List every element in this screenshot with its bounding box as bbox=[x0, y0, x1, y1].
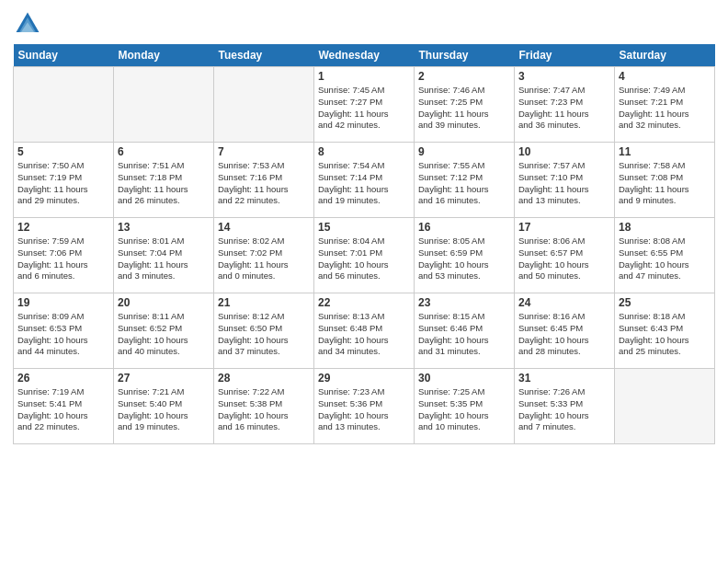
calendar-cell: 18Sunrise: 8:08 AM Sunset: 6:55 PM Dayli… bbox=[615, 218, 715, 293]
day-number: 6 bbox=[118, 145, 210, 158]
day-number: 21 bbox=[218, 296, 310, 309]
day-info: Sunrise: 7:58 AM Sunset: 7:08 PM Dayligh… bbox=[619, 160, 711, 207]
calendar-cell: 28Sunrise: 7:22 AM Sunset: 5:38 PM Dayli… bbox=[214, 369, 314, 444]
calendar-cell: 1Sunrise: 7:45 AM Sunset: 7:27 PM Daylig… bbox=[314, 67, 415, 143]
day-number: 1 bbox=[318, 70, 410, 83]
day-info: Sunrise: 7:51 AM Sunset: 7:18 PM Dayligh… bbox=[118, 160, 210, 207]
day-info: Sunrise: 8:12 AM Sunset: 6:50 PM Dayligh… bbox=[218, 311, 310, 358]
day-number: 20 bbox=[118, 296, 210, 309]
day-number: 3 bbox=[518, 70, 610, 83]
calendar-cell bbox=[114, 67, 214, 143]
day-number: 26 bbox=[17, 372, 109, 385]
day-number: 4 bbox=[619, 70, 711, 83]
day-info: Sunrise: 8:01 AM Sunset: 7:04 PM Dayligh… bbox=[118, 236, 210, 282]
calendar-cell: 30Sunrise: 7:25 AM Sunset: 5:35 PM Dayli… bbox=[415, 369, 515, 444]
day-info: Sunrise: 7:57 AM Sunset: 7:10 PM Dayligh… bbox=[518, 160, 610, 207]
day-number: 25 bbox=[619, 296, 711, 309]
day-info: Sunrise: 7:45 AM Sunset: 7:27 PM Dayligh… bbox=[318, 85, 410, 132]
calendar-day-header: Monday bbox=[114, 44, 214, 67]
day-info: Sunrise: 8:18 AM Sunset: 6:43 PM Dayligh… bbox=[619, 311, 711, 358]
calendar-cell: 26Sunrise: 7:19 AM Sunset: 5:41 PM Dayli… bbox=[14, 369, 114, 444]
logo-icon bbox=[13, 9, 42, 39]
day-number: 16 bbox=[418, 221, 510, 234]
day-info: Sunrise: 7:54 AM Sunset: 7:14 PM Dayligh… bbox=[318, 160, 410, 207]
day-info: Sunrise: 8:09 AM Sunset: 6:53 PM Dayligh… bbox=[17, 311, 109, 358]
day-number: 17 bbox=[518, 221, 610, 234]
calendar-table: SundayMondayTuesdayWednesdayThursdayFrid… bbox=[13, 44, 715, 444]
calendar-cell: 27Sunrise: 7:21 AM Sunset: 5:40 PM Dayli… bbox=[114, 369, 214, 444]
day-info: Sunrise: 8:05 AM Sunset: 6:59 PM Dayligh… bbox=[418, 236, 510, 282]
calendar-cell: 20Sunrise: 8:11 AM Sunset: 6:52 PM Dayli… bbox=[114, 293, 214, 369]
calendar-cell: 6Sunrise: 7:51 AM Sunset: 7:18 PM Daylig… bbox=[114, 143, 214, 218]
calendar-week-row: 1Sunrise: 7:45 AM Sunset: 7:27 PM Daylig… bbox=[14, 67, 715, 143]
day-info: Sunrise: 7:47 AM Sunset: 7:23 PM Dayligh… bbox=[518, 85, 610, 132]
calendar-cell: 13Sunrise: 8:01 AM Sunset: 7:04 PM Dayli… bbox=[114, 218, 214, 293]
calendar-week-row: 12Sunrise: 7:59 AM Sunset: 7:06 PM Dayli… bbox=[14, 218, 715, 293]
calendar-cell: 19Sunrise: 8:09 AM Sunset: 6:53 PM Dayli… bbox=[14, 293, 114, 369]
day-number: 7 bbox=[218, 145, 310, 158]
day-number: 27 bbox=[118, 372, 210, 385]
calendar-cell: 17Sunrise: 8:06 AM Sunset: 6:57 PM Dayli… bbox=[515, 218, 615, 293]
day-number: 5 bbox=[17, 145, 109, 158]
day-number: 9 bbox=[418, 145, 510, 158]
calendar-day-header: Sunday bbox=[14, 44, 114, 67]
calendar-cell: 14Sunrise: 8:02 AM Sunset: 7:02 PM Dayli… bbox=[214, 218, 314, 293]
calendar-cell: 31Sunrise: 7:26 AM Sunset: 5:33 PM Dayli… bbox=[515, 369, 615, 444]
day-info: Sunrise: 8:06 AM Sunset: 6:57 PM Dayligh… bbox=[518, 236, 610, 282]
day-info: Sunrise: 7:55 AM Sunset: 7:12 PM Dayligh… bbox=[418, 160, 510, 207]
calendar-cell: 29Sunrise: 7:23 AM Sunset: 5:36 PM Dayli… bbox=[314, 369, 415, 444]
calendar-cell: 10Sunrise: 7:57 AM Sunset: 7:10 PM Dayli… bbox=[515, 143, 615, 218]
day-number: 2 bbox=[418, 70, 510, 83]
calendar-cell bbox=[214, 67, 314, 143]
day-number: 11 bbox=[619, 145, 711, 158]
day-number: 19 bbox=[17, 296, 109, 309]
calendar-cell: 25Sunrise: 8:18 AM Sunset: 6:43 PM Dayli… bbox=[615, 293, 715, 369]
calendar-body: 1Sunrise: 7:45 AM Sunset: 7:27 PM Daylig… bbox=[14, 67, 715, 444]
day-number: 29 bbox=[318, 372, 410, 385]
calendar-cell: 21Sunrise: 8:12 AM Sunset: 6:50 PM Dayli… bbox=[214, 293, 314, 369]
logo bbox=[13, 9, 46, 39]
calendar-cell: 9Sunrise: 7:55 AM Sunset: 7:12 PM Daylig… bbox=[415, 143, 515, 218]
calendar-day-header: Tuesday bbox=[214, 44, 314, 67]
day-info: Sunrise: 7:26 AM Sunset: 5:33 PM Dayligh… bbox=[518, 386, 610, 433]
day-info: Sunrise: 7:53 AM Sunset: 7:16 PM Dayligh… bbox=[218, 160, 310, 207]
header bbox=[13, 9, 715, 39]
day-info: Sunrise: 8:13 AM Sunset: 6:48 PM Dayligh… bbox=[318, 311, 410, 358]
day-number: 23 bbox=[418, 296, 510, 309]
calendar-week-row: 19Sunrise: 8:09 AM Sunset: 6:53 PM Dayli… bbox=[14, 293, 715, 369]
calendar-cell: 8Sunrise: 7:54 AM Sunset: 7:14 PM Daylig… bbox=[314, 143, 415, 218]
calendar-day-header: Thursday bbox=[415, 44, 515, 67]
calendar-header-row: SundayMondayTuesdayWednesdayThursdayFrid… bbox=[14, 44, 715, 67]
day-info: Sunrise: 7:23 AM Sunset: 5:36 PM Dayligh… bbox=[318, 386, 410, 433]
day-info: Sunrise: 8:16 AM Sunset: 6:45 PM Dayligh… bbox=[518, 311, 610, 358]
calendar-cell: 7Sunrise: 7:53 AM Sunset: 7:16 PM Daylig… bbox=[214, 143, 314, 218]
day-info: Sunrise: 8:02 AM Sunset: 7:02 PM Dayligh… bbox=[218, 236, 310, 282]
calendar-cell bbox=[14, 67, 114, 143]
day-info: Sunrise: 8:08 AM Sunset: 6:55 PM Dayligh… bbox=[619, 236, 711, 282]
day-info: Sunrise: 7:46 AM Sunset: 7:25 PM Dayligh… bbox=[418, 85, 510, 132]
calendar-day-header: Wednesday bbox=[314, 44, 415, 67]
calendar-cell: 2Sunrise: 7:46 AM Sunset: 7:25 PM Daylig… bbox=[415, 67, 515, 143]
day-info: Sunrise: 7:22 AM Sunset: 5:38 PM Dayligh… bbox=[218, 386, 310, 433]
day-number: 31 bbox=[518, 372, 610, 385]
day-number: 12 bbox=[17, 221, 109, 234]
day-number: 15 bbox=[318, 221, 410, 234]
day-number: 10 bbox=[518, 145, 610, 158]
calendar-cell: 12Sunrise: 7:59 AM Sunset: 7:06 PM Dayli… bbox=[14, 218, 114, 293]
calendar-cell: 23Sunrise: 8:15 AM Sunset: 6:46 PM Dayli… bbox=[415, 293, 515, 369]
day-number: 24 bbox=[518, 296, 610, 309]
day-number: 28 bbox=[218, 372, 310, 385]
calendar-cell: 11Sunrise: 7:58 AM Sunset: 7:08 PM Dayli… bbox=[615, 143, 715, 218]
day-info: Sunrise: 7:19 AM Sunset: 5:41 PM Dayligh… bbox=[17, 386, 109, 433]
day-number: 14 bbox=[218, 221, 310, 234]
calendar-cell: 22Sunrise: 8:13 AM Sunset: 6:48 PM Dayli… bbox=[314, 293, 415, 369]
day-number: 8 bbox=[318, 145, 410, 158]
calendar-week-row: 26Sunrise: 7:19 AM Sunset: 5:41 PM Dayli… bbox=[14, 369, 715, 444]
calendar-cell: 15Sunrise: 8:04 AM Sunset: 7:01 PM Dayli… bbox=[314, 218, 415, 293]
day-info: Sunrise: 7:21 AM Sunset: 5:40 PM Dayligh… bbox=[118, 386, 210, 433]
calendar-cell: 16Sunrise: 8:05 AM Sunset: 6:59 PM Dayli… bbox=[415, 218, 515, 293]
calendar-day-header: Saturday bbox=[615, 44, 715, 67]
calendar-day-header: Friday bbox=[515, 44, 615, 67]
calendar-cell: 5Sunrise: 7:50 AM Sunset: 7:19 PM Daylig… bbox=[14, 143, 114, 218]
day-info: Sunrise: 7:49 AM Sunset: 7:21 PM Dayligh… bbox=[619, 85, 711, 132]
